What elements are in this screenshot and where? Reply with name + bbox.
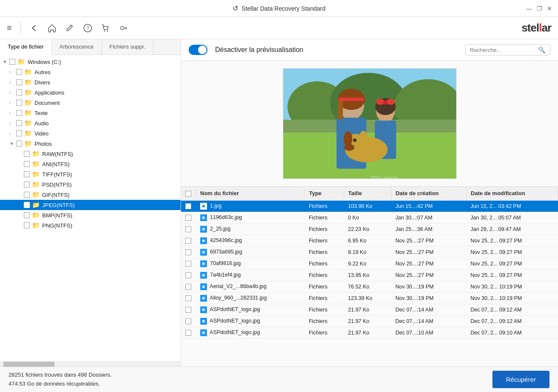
- checkbox-photos[interactable]: [16, 141, 22, 147]
- th-modified[interactable]: Date de modification: [466, 187, 558, 200]
- close-button[interactable]: ✕: [546, 5, 553, 12]
- checkbox-root[interactable]: [9, 59, 15, 65]
- row-checkbox-cell[interactable]: [181, 223, 196, 235]
- tree-item-video[interactable]: › 📁 Vidéo: [0, 128, 181, 138]
- row-checkbox[interactable]: [185, 330, 191, 336]
- checkbox-png[interactable]: [24, 222, 30, 228]
- table-row[interactable]: ▣ 7a4b1ef4.jpg Fichiers 13.95 Ko Nov 25.…: [181, 269, 558, 281]
- tree-item-jpeg[interactable]: 📁 JPEG(NTFS): [0, 200, 181, 210]
- tree-item-ani[interactable]: 📁 ANI(NTFS): [0, 159, 181, 169]
- checkbox-divers[interactable]: [16, 79, 22, 85]
- row-checkbox[interactable]: [185, 272, 191, 278]
- table-row[interactable]: ▣ ASPdotNET_logo.jpg Fichiers 21.97 Ko D…: [181, 304, 558, 315]
- row-checkbox-cell[interactable]: [181, 269, 196, 281]
- row-checkbox[interactable]: [185, 261, 191, 267]
- row-checkbox-cell[interactable]: [181, 292, 196, 304]
- home-icon[interactable]: [47, 23, 57, 33]
- tree-item-gif[interactable]: 📁 GIF(NTFS): [0, 190, 181, 200]
- file-icon: ▣: [200, 226, 207, 233]
- preview-toggle[interactable]: [189, 45, 207, 55]
- row-checkbox[interactable]: [185, 203, 191, 209]
- checkbox-video[interactable]: [16, 130, 22, 136]
- tree-horizontal-scrollbar[interactable]: [0, 361, 181, 366]
- row-checkbox-cell[interactable]: [181, 212, 196, 223]
- tree-item-document[interactable]: › 📁 Document: [0, 98, 181, 108]
- tree-item-raw[interactable]: 📁 RAW(NTFS): [0, 149, 181, 159]
- tab-tree[interactable]: Arborescence: [52, 39, 102, 55]
- row-checkbox[interactable]: [185, 215, 191, 221]
- row-checkbox[interactable]: [185, 318, 191, 324]
- tree-item-psd[interactable]: 📁 PSD(NTFS): [0, 179, 181, 190]
- table-row[interactable]: ▣ 1.jpg Fichiers 103.90 Ko Jun 15...:42 …: [181, 200, 558, 212]
- tree-root-drive[interactable]: ▼ 📁 Windows (C:): [0, 57, 181, 67]
- row-checkbox-cell[interactable]: [181, 200, 196, 212]
- table-row[interactable]: ▣ ASPdotNET_logo.jpg Fichiers 21.97 Ko D…: [181, 315, 558, 327]
- tree-item-bmp[interactable]: 📁 BMP(NTFS): [0, 210, 181, 220]
- row-checkbox[interactable]: [185, 226, 191, 232]
- checkbox-psd[interactable]: [24, 182, 30, 187]
- table-row[interactable]: ▣ Aerial_V2_...86ba4b.jpg Fichiers 76.52…: [181, 281, 558, 292]
- restore-button[interactable]: ❐: [536, 5, 543, 12]
- th-checkbox[interactable]: [181, 187, 196, 200]
- checkbox-applications[interactable]: [16, 89, 22, 95]
- row-checkbox-cell[interactable]: [181, 235, 196, 246]
- row-checkbox-cell[interactable]: [181, 246, 196, 258]
- row-checkbox[interactable]: [185, 295, 191, 301]
- tree-item-photos[interactable]: ▼ 📁 Photos: [0, 138, 181, 149]
- tree-item-autres[interactable]: › 📁 Autres: [0, 67, 181, 77]
- row-checkbox[interactable]: [185, 284, 191, 290]
- row-checkbox[interactable]: [185, 238, 191, 244]
- row-checkbox-cell[interactable]: [181, 304, 196, 315]
- row-checkbox-cell[interactable]: [181, 315, 196, 327]
- search-box[interactable]: 🔍: [465, 44, 550, 55]
- checkbox-tiff[interactable]: [24, 171, 30, 177]
- th-type[interactable]: Type: [305, 187, 344, 200]
- help-icon[interactable]: ?: [83, 23, 92, 33]
- menu-icon[interactable]: ≡: [7, 23, 12, 33]
- th-created[interactable]: Date de création: [391, 187, 466, 200]
- checkbox-document[interactable]: [16, 100, 22, 106]
- th-filename[interactable]: Nom du fichier: [196, 187, 305, 200]
- table-row[interactable]: ▣ 4254396c.jpg Fichiers 6.95 Ko Nov 25..…: [181, 235, 558, 246]
- table-row[interactable]: ▣ ASPdotNET_logo.jpg Fichiers 21.97 Ko D…: [181, 327, 558, 338]
- svg-point-2: [104, 30, 105, 32]
- row-created: Jan 25...:36 AM: [391, 223, 466, 235]
- table-row[interactable]: ▣ Alloy_960_...282331.jpg Fichiers 123.3…: [181, 292, 558, 304]
- row-filename: ▣ 1196d63c.jpg: [196, 212, 305, 223]
- checkbox-ani[interactable]: [24, 161, 30, 167]
- tree-item-divers[interactable]: › 📁 Divers: [0, 77, 181, 87]
- row-checkbox[interactable]: [185, 307, 191, 313]
- checkbox-gif[interactable]: [24, 192, 30, 198]
- tree-item-png[interactable]: 📁 PNG(NTFS): [0, 220, 181, 231]
- tree-item-texte[interactable]: › 📁 Texte: [0, 108, 181, 118]
- table-row[interactable]: ▣ 1196d63c.jpg Fichiers 0 Ko Jan 30...:0…: [181, 212, 558, 223]
- checkbox-texte[interactable]: [16, 110, 22, 116]
- tab-file-type[interactable]: Type de fichier: [0, 39, 52, 55]
- back-icon[interactable]: [29, 23, 39, 33]
- checkbox-jpeg[interactable]: [24, 202, 30, 208]
- checkbox-audio[interactable]: [16, 120, 22, 126]
- row-checkbox-cell[interactable]: [181, 281, 196, 292]
- row-checkbox[interactable]: [185, 249, 191, 255]
- search-input[interactable]: [470, 47, 538, 53]
- tree-item-tiff[interactable]: 📁 TIFF(NTFS): [0, 169, 181, 179]
- table-row[interactable]: ▣ 6973a695.jpg Fichiers 8.19 Ko Nov 25..…: [181, 246, 558, 258]
- header-checkbox[interactable]: [185, 191, 191, 197]
- checkbox-bmp[interactable]: [24, 212, 30, 218]
- tree-scrollbar-thumb[interactable]: [3, 362, 55, 367]
- checkbox-autres[interactable]: [16, 69, 22, 75]
- recover-button[interactable]: Récupérer: [492, 371, 549, 388]
- checkbox-raw[interactable]: [24, 151, 30, 157]
- tree-item-applications[interactable]: › 📁 Applications: [0, 87, 181, 98]
- th-size[interactable]: Taille: [344, 187, 391, 200]
- row-checkbox-cell[interactable]: [181, 258, 196, 269]
- key-icon[interactable]: [119, 23, 128, 33]
- tab-deleted[interactable]: Fichiers suppr.: [102, 39, 154, 55]
- table-row[interactable]: ▣ 70af9816.jpg Fichiers 9.22 Ko Nov 25..…: [181, 258, 558, 269]
- table-row[interactable]: ▣ 2_25.jpg Fichiers 22.23 Ko Jan 25...:3…: [181, 223, 558, 235]
- row-checkbox-cell[interactable]: [181, 327, 196, 338]
- cart-icon[interactable]: [101, 23, 110, 33]
- edit-icon[interactable]: [65, 23, 75, 33]
- tree-item-audio[interactable]: › 📁 Audio: [0, 118, 181, 128]
- minimize-button[interactable]: —: [526, 5, 532, 12]
